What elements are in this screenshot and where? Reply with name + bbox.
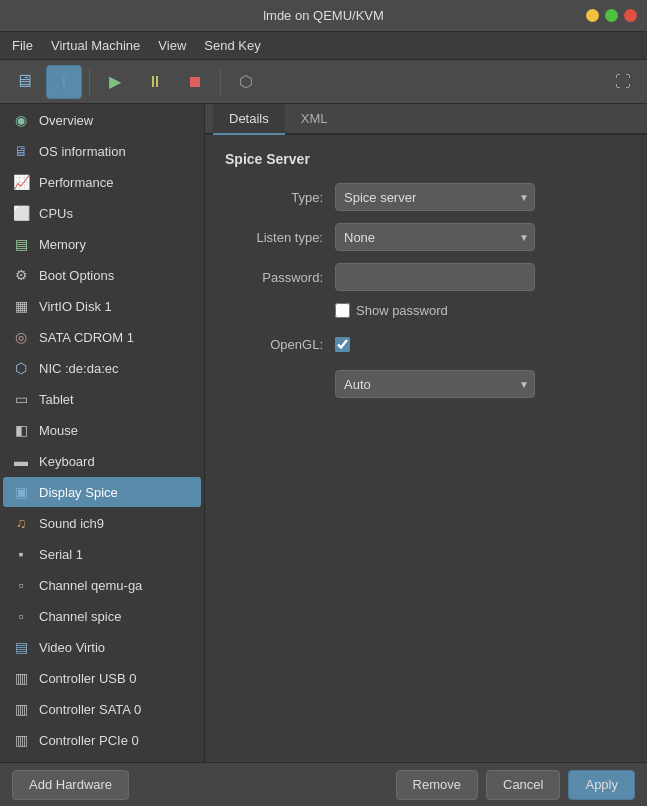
sidebar-label-11: Keyboard [39,454,95,469]
sidebar-item-virtio-disk-1[interactable]: ▦VirtIO Disk 1 [3,291,201,321]
form-content: Spice Server Type: Spice server VNC serv… [205,135,647,762]
sidebar-item-overview[interactable]: ◉Overview [3,105,201,135]
listen-type-select-wrapper: None Address Network ▼ [335,223,535,251]
bottom-right: Remove Cancel Apply [396,770,635,800]
opengl-label: OpenGL: [225,337,335,352]
type-control: Spice server VNC server ▼ [335,183,627,211]
menu-file[interactable]: File [4,35,41,56]
sidebar-label-10: Mouse [39,423,78,438]
clone-toolbar-button[interactable]: ⬡ [228,65,264,99]
section-title: Spice Server [225,151,627,167]
sidebar-item-keyboard[interactable]: ▬Keyboard [3,446,201,476]
sidebar-icon-15: ▫ [11,575,31,595]
sidebar-icon-13: ♫ [11,513,31,533]
sidebar-label-17: Video Virtio [39,640,105,655]
listen-type-control: None Address Network ▼ [335,223,627,251]
content-area: Details XML Spice Server Type: Spice ser… [205,104,647,762]
bottom-bar: Add Hardware Remove Cancel Apply [0,762,647,806]
sidebar-icon-14: ▪ [11,544,31,564]
sidebar-item-memory[interactable]: ▤Memory [3,229,201,259]
window-title: lmde on QEMU/KVM [263,8,384,23]
toolbar-separator-2 [220,68,221,96]
tab-details[interactable]: Details [213,104,285,135]
opengl-control [335,337,627,352]
show-password-checkbox-wrapper[interactable]: Show password [335,303,448,318]
stop-icon: ⏹ [187,73,203,91]
sidebar-label-19: Controller SATA 0 [39,702,141,717]
listen-type-label: Listen type: [225,230,335,245]
sidebar-item-serial-1[interactable]: ▪Serial 1 [3,539,201,569]
run-toolbar-button[interactable]: ▶ [97,65,133,99]
sidebar-label-20: Controller PCIe 0 [39,733,139,748]
sidebar-item-tablet[interactable]: ▭Tablet [3,384,201,414]
sidebar-item-controller-usb-0[interactable]: ▥Controller USB 0 [3,663,201,693]
show-password-row: Show password [225,303,627,318]
sidebar-label-2: Performance [39,175,113,190]
sidebar-item-sata-cdrom-1[interactable]: ◎SATA CDROM 1 [3,322,201,352]
maximize-button[interactable] [605,9,618,22]
sidebar-item-sound-ich9[interactable]: ♫Sound ich9 [3,508,201,538]
bottom-left: Add Hardware [12,770,129,800]
password-control [335,263,627,291]
sidebar-item-video-virtio[interactable]: ▤Video Virtio [3,632,201,662]
pause-toolbar-button[interactable]: ⏸ [137,65,173,99]
opengl-checkbox[interactable] [335,337,350,352]
sidebar-label-9: Tablet [39,392,74,407]
minimize-button[interactable] [586,9,599,22]
add-hardware-button[interactable]: Add Hardware [12,770,129,800]
main-layout: ◉Overview🖥OS information📈Performance⬜CPU… [0,104,647,762]
type-row: Type: Spice server VNC server ▼ [225,183,627,211]
window-controls [586,9,637,22]
sidebar-item-display-spice[interactable]: ▣Display Spice [3,477,201,507]
sidebar-item-nic--de-da-ec[interactable]: ⬡NIC :de:da:ec [3,353,201,383]
tabs: Details XML [205,104,647,135]
menu-send-key[interactable]: Send Key [196,35,268,56]
clone-icon: ⬡ [239,72,253,91]
opengl-select-wrapper: Auto Yes No ▼ [335,370,535,398]
close-button[interactable] [624,9,637,22]
sidebar-item-cpus[interactable]: ⬜CPUs [3,198,201,228]
type-select[interactable]: Spice server VNC server [335,183,535,211]
info-toolbar-button[interactable]: i [46,65,82,99]
sidebar-icon-1: 🖥 [11,141,31,161]
sidebar-item-boot-options[interactable]: ⚙Boot Options [3,260,201,290]
fullscreen-toolbar-button[interactable]: ⛶ [605,65,641,99]
stop-toolbar-button[interactable]: ⏹ [177,65,213,99]
toolbar-separator-1 [89,68,90,96]
tab-xml[interactable]: XML [285,104,344,135]
sidebar-icon-10: ◧ [11,420,31,440]
sidebar-item-os-information[interactable]: 🖥OS information [3,136,201,166]
listen-type-select[interactable]: None Address Network [335,223,535,251]
sidebar-icon-3: ⬜ [11,203,31,223]
opengl-select[interactable]: Auto Yes No [335,370,535,398]
sidebar-item-controller-virtio-serial-0[interactable]: ▥Controller VirtIO Serial 0 [3,756,201,762]
show-password-checkbox[interactable] [335,303,350,318]
sidebar-label-4: Memory [39,237,86,252]
fullscreen-icon: ⛶ [615,73,631,91]
sidebar-item-performance[interactable]: 📈Performance [3,167,201,197]
cancel-button[interactable]: Cancel [486,770,560,800]
sidebar-label-15: Channel qemu-ga [39,578,142,593]
menubar: File Virtual Machine View Send Key [0,32,647,60]
sidebar-item-channel-qemu-ga[interactable]: ▫Channel qemu-ga [3,570,201,600]
overview-toolbar-button[interactable]: 🖥 [6,65,42,99]
sidebar-item-controller-pcie-0[interactable]: ▥Controller PCIe 0 [3,725,201,755]
sidebar-label-3: CPUs [39,206,73,221]
menu-view[interactable]: View [150,35,194,56]
sidebar-label-18: Controller USB 0 [39,671,137,686]
sidebar-icon-12: ▣ [11,482,31,502]
sidebar-item-controller-sata-0[interactable]: ▥Controller SATA 0 [3,694,201,724]
sidebar-label-6: VirtIO Disk 1 [39,299,112,314]
remove-button[interactable]: Remove [396,770,478,800]
sidebar-label-1: OS information [39,144,126,159]
menu-virtual-machine[interactable]: Virtual Machine [43,35,148,56]
sidebar-icon-9: ▭ [11,389,31,409]
sidebar-icon-19: ▥ [11,699,31,719]
sidebar-item-mouse[interactable]: ◧Mouse [3,415,201,445]
type-label: Type: [225,190,335,205]
opengl-select-control: Auto Yes No ▼ [335,370,627,398]
password-input[interactable] [335,263,535,291]
sidebar-icon-2: 📈 [11,172,31,192]
sidebar-item-channel-spice[interactable]: ▫Channel spice [3,601,201,631]
apply-button[interactable]: Apply [568,770,635,800]
